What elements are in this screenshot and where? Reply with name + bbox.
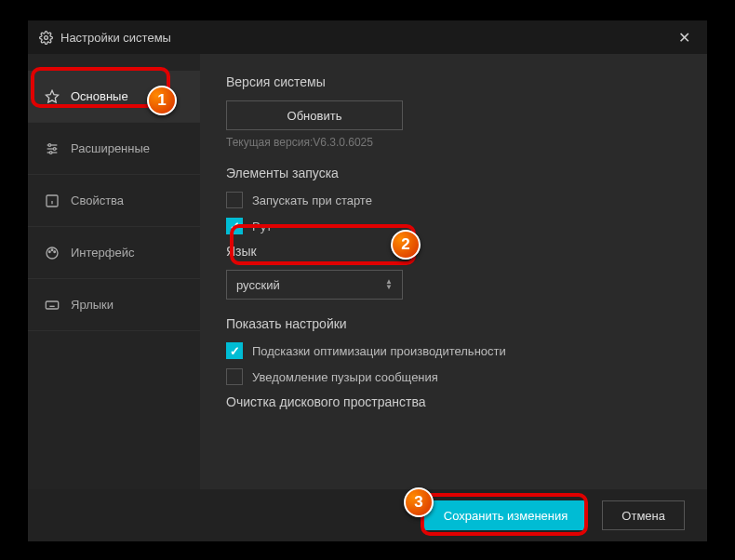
svg-rect-15 (46, 301, 58, 309)
svg-point-5 (48, 143, 51, 146)
section-show-title: Показать настройки (226, 316, 681, 331)
stepper-arrows-icon: ▲▼ (385, 279, 393, 290)
perf-tips-label: Подсказки оптимизации производительности (252, 344, 506, 358)
save-button[interactable]: Сохранить изменения (424, 500, 588, 530)
section-version-title: Версия системы (226, 74, 681, 89)
svg-point-12 (49, 250, 51, 252)
sidebar-item-label: Основные (71, 89, 128, 103)
sidebar-item-label: Свойства (71, 193, 124, 207)
gear-icon (39, 31, 53, 45)
close-icon[interactable]: ✕ (673, 29, 696, 47)
bubble-label: Уведомление пузыри сообщения (252, 370, 438, 384)
info-icon (45, 193, 60, 208)
window-title: Настройки системы (60, 31, 171, 45)
svg-marker-1 (46, 90, 58, 102)
checkbox-row-launch: Запускать при старте (226, 192, 681, 208)
sidebar-item-advanced[interactable]: Расширенные (28, 123, 200, 175)
section-cleanup-title: Очистка дискового пространства (226, 394, 681, 409)
checkbox-row-bubble: Уведомление пузыри сообщения (226, 368, 681, 385)
star-icon (45, 89, 60, 104)
root-label: Рут (252, 220, 272, 233)
svg-point-13 (51, 248, 53, 250)
root-checkbox[interactable] (226, 218, 243, 234)
sidebar-item-properties[interactable]: Свойства (28, 175, 200, 227)
content-area: Версия системы Обновить Текущая версия:V… (200, 54, 707, 489)
launch-on-start-checkbox[interactable] (226, 192, 243, 208)
launch-on-start-label: Запускать при старте (252, 193, 372, 207)
svg-point-0 (45, 35, 48, 39)
bubble-checkbox[interactable] (226, 368, 243, 385)
sidebar-item-label: Интерфейс (71, 246, 134, 260)
titlebar: Настройки системы ✕ (28, 20, 707, 54)
section-startup-title: Элементы запуска (226, 166, 681, 180)
settings-window: Настройки системы ✕ Основные Расширенные… (28, 20, 707, 541)
sidebar-item-interface[interactable]: Интерфейс (28, 227, 200, 279)
checkbox-row-perf: Подсказки оптимизации производительности (226, 342, 681, 359)
sidebar-item-label: Ярлыки (71, 298, 114, 312)
language-select[interactable]: русский ▲▼ (226, 270, 403, 300)
svg-point-7 (49, 151, 52, 153)
svg-point-6 (53, 147, 56, 150)
sliders-icon (45, 141, 60, 156)
update-button[interactable]: Обновить (226, 100, 403, 130)
section-lang-title: Язык (226, 244, 681, 259)
sidebar-item-label: Расширенные (71, 141, 150, 155)
footer: Сохранить изменения Отмена (28, 489, 707, 541)
svg-point-14 (54, 250, 56, 252)
sidebar-item-basic[interactable]: Основные (28, 71, 200, 123)
perf-tips-checkbox[interactable] (226, 342, 243, 359)
current-version-text: Текущая версия:V6.3.0.6025 (226, 136, 681, 149)
checkbox-row-root: Рут (226, 218, 681, 234)
sidebar: Основные Расширенные Свойства Интерфейс … (28, 54, 200, 489)
palette-icon (45, 246, 60, 260)
cancel-button[interactable]: Отмена (602, 500, 685, 530)
keyboard-icon (45, 298, 60, 313)
language-value: русский (236, 278, 280, 292)
sidebar-item-shortcuts[interactable]: Ярлыки (28, 279, 200, 331)
